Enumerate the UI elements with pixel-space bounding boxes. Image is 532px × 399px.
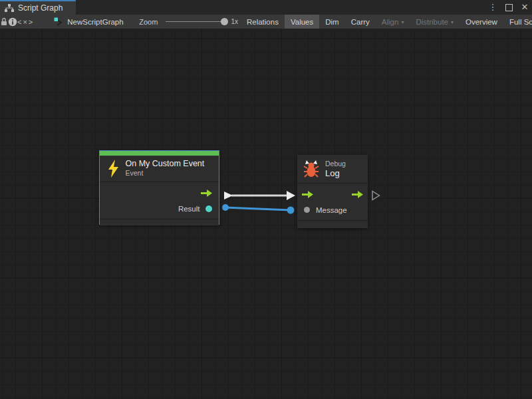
window-menu-icon[interactable]: ⋮ bbox=[488, 0, 497, 15]
lock-icon[interactable] bbox=[0, 15, 8, 29]
connection-flow-event-to-log[interactable] bbox=[224, 191, 295, 200]
unity-script-graph-window: { "window": { "tab": { "title": "Script … bbox=[0, 0, 532, 399]
node-footer bbox=[100, 219, 219, 225]
tab-script-graph[interactable]: Script Graph bbox=[0, 0, 76, 15]
toolbar-button-align[interactable]: Align▾ bbox=[376, 15, 410, 29]
info-icon[interactable] bbox=[8, 15, 17, 29]
connections-layer bbox=[0, 29, 532, 399]
node-subtitle: Event bbox=[126, 169, 205, 178]
zoom-slider[interactable] bbox=[166, 21, 227, 22]
tab-title: Script Graph bbox=[18, 3, 63, 13]
toolbar-button-dim[interactable]: Dim bbox=[319, 15, 344, 29]
node-footer bbox=[297, 220, 368, 227]
toolbar-button-relations[interactable]: Relations bbox=[241, 15, 285, 29]
graph-hierarchy-icon bbox=[5, 4, 14, 12]
node-header: On My Custom Event Event bbox=[100, 156, 219, 182]
zoom-label: Zoom bbox=[139, 18, 158, 26]
lightning-bolt-icon bbox=[107, 160, 120, 178]
graph-name-label: NewScriptGraph bbox=[67, 18, 123, 26]
connection-value-result-to-message[interactable] bbox=[222, 204, 295, 214]
event-active-strip bbox=[100, 151, 219, 156]
toolbar-button-values[interactable]: Values bbox=[285, 15, 319, 29]
graph-toolbar: <×> NewScriptGraph Zoom 1x Relations Val… bbox=[0, 15, 532, 29]
zoom-control: Zoom 1x bbox=[139, 15, 241, 29]
flow-input-port[interactable] bbox=[302, 190, 313, 199]
bug-icon bbox=[303, 160, 319, 178]
node-on-my-custom-event[interactable]: On My Custom Event Event Result bbox=[99, 150, 219, 225]
dropdown-caret-icon: ▾ bbox=[401, 19, 404, 25]
dropdown-caret-icon: ▾ bbox=[451, 19, 454, 25]
titlebar: Script Graph ⋮ ✕ bbox=[0, 0, 532, 15]
zoom-value: 1x bbox=[231, 18, 238, 25]
port-label-result: Result bbox=[178, 205, 200, 213]
script-graph-asset-icon bbox=[54, 17, 63, 27]
toolbar-button-carry[interactable]: Carry bbox=[345, 15, 376, 29]
port-label-message: Message bbox=[316, 206, 347, 214]
flow-output-port[interactable] bbox=[352, 190, 363, 199]
node-body: Result bbox=[100, 182, 219, 219]
code-view-icon[interactable]: <×> bbox=[17, 15, 34, 29]
node-title: Log bbox=[325, 168, 346, 178]
node-body: Message bbox=[297, 184, 368, 220]
value-input-port[interactable] bbox=[304, 207, 310, 213]
node-category: Debug bbox=[325, 160, 346, 168]
unconnected-flow-arrow-icon[interactable] bbox=[372, 192, 380, 200]
toolbar-button-overview[interactable]: Overview bbox=[460, 15, 503, 29]
flow-output-port[interactable] bbox=[201, 189, 212, 198]
node-debug-log[interactable]: Debug Log bbox=[297, 155, 368, 228]
maximize-icon[interactable] bbox=[504, 0, 513, 15]
close-icon[interactable]: ✕ bbox=[520, 0, 529, 15]
node-title: On My Custom Event bbox=[126, 159, 205, 169]
zoom-slider-handle[interactable] bbox=[221, 18, 228, 25]
toolbar-button-fullscreen[interactable]: Full Screen bbox=[503, 15, 532, 29]
toolbar-button-distribute[interactable]: Distribute▾ bbox=[410, 15, 460, 29]
node-header: Debug Log bbox=[297, 155, 368, 184]
value-output-port[interactable] bbox=[205, 205, 212, 212]
graph-asset-breadcrumb[interactable]: NewScriptGraph bbox=[54, 15, 120, 29]
window-controls: ⋮ ✕ bbox=[488, 0, 529, 15]
graph-canvas[interactable]: On My Custom Event Event Result bbox=[0, 29, 532, 399]
